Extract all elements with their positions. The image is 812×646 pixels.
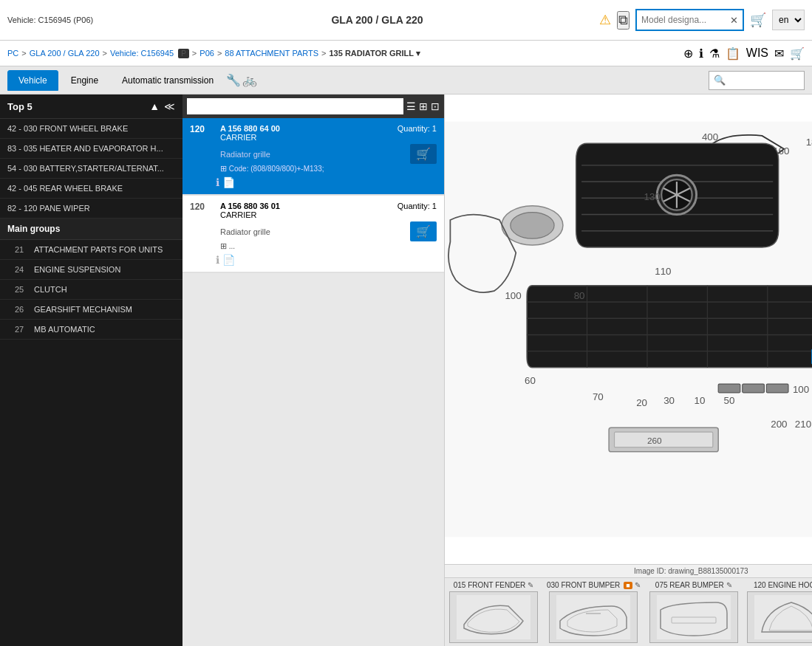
breadcrumb-p06[interactable]: P06 [199, 49, 214, 58]
svg-rect-24 [718, 384, 740, 393]
tab-icon-wrench[interactable]: 🔧 [226, 73, 241, 87]
part-info-icon-0[interactable]: ℹ [216, 176, 219, 188]
thumb-front-fender[interactable]: 015 FRONT FENDER ✎ [449, 581, 538, 643]
thumb-engine-hood[interactable]: 120 ENGINE HOOD ✎ [747, 581, 812, 643]
list-view-btn[interactable]: ☰ [406, 100, 416, 112]
label-30: 30 [663, 395, 675, 406]
bottom-badge[interactable]: 260 [609, 427, 718, 452]
sidebar-group-26[interactable]: 26 GEARSHIFT MECHANISM [0, 300, 182, 320]
left-sidebar: Top 5 ▲ ≪ 42 - 030 FRONT WHEEL BRAKE 83 … [0, 95, 182, 646]
tab-search-input[interactable] [726, 75, 799, 86]
language-select[interactable]: en de [772, 10, 805, 30]
tab-engine[interactable]: Engine [60, 70, 109, 91]
svg-rect-26 [766, 384, 788, 393]
breadcrumb-active: 135 RADIATOR GRILL ▾ [329, 49, 420, 58]
part-qty-1: Quantity: 1 [398, 202, 437, 210]
center-panel: ☰ ⊞ ⊡ 120 A 156 880 64 00 Quantity: 1 [182, 95, 445, 646]
part-id-0: A 156 880 64 00 [220, 124, 398, 133]
svg-rect-25 [743, 384, 765, 393]
tab-automatic[interactable]: Automatic transmission [111, 70, 225, 91]
part-id-1: A 156 880 36 01 [220, 202, 398, 210]
thumb-edit-2[interactable]: ✎ [726, 581, 732, 589]
parts-search-input[interactable] [187, 98, 403, 114]
doc-btn[interactable]: 📋 [726, 47, 740, 61]
model-search-box: ✕ [635, 9, 744, 31]
zoom-in-breadcrumb[interactable]: ⊕ [683, 47, 693, 61]
label-200: 200 [771, 419, 787, 430]
grill-main-top[interactable] [576, 143, 779, 247]
sidebar-group-21[interactable]: 21 ATTACHMENT PARTS FOR UNITS [0, 240, 182, 260]
label-110: 110 [655, 266, 671, 277]
thumb-edit-0[interactable]: ✎ [528, 581, 533, 589]
sidebar-top-item-2[interactable]: 54 - 030 BATTERY,STARTER/ALTERNAT... [0, 159, 182, 179]
filter-btn[interactable]: ⚗ [709, 47, 720, 61]
bottom-thumbnails: 015 FRONT FENDER ✎ 030 FRONT BUMPER ■ ✎ [445, 577, 812, 646]
sidebar-group-27[interactable]: 27 MB AUTOMATIC [0, 320, 182, 340]
wis-btn[interactable]: WIS [746, 47, 768, 61]
parts-list: 120 A 156 880 64 00 Quantity: 1 CARRIER … [182, 118, 444, 646]
tab-icon-bike[interactable]: 🚲 [242, 73, 257, 87]
part-code-1: ⊞ ... [220, 241, 437, 251]
svg-rect-31 [556, 595, 630, 639]
sidebar-top-item-4[interactable]: 82 - 120 PANE WIPER [0, 199, 182, 219]
part-item-1[interactable]: 120 A 156 880 36 01 Quantity: 1 CARRIER … [182, 196, 444, 273]
grid-view-btn[interactable]: ⊞ [419, 100, 428, 112]
grill-main-bottom[interactable] [527, 286, 812, 368]
add-cart-btn-1[interactable]: 🛒 [410, 221, 437, 241]
part-qty-0: Quantity: 1 [398, 124, 437, 133]
breadcrumb-pc[interactable]: PC [7, 49, 18, 58]
svg-rect-34 [754, 595, 812, 639]
breadcrumb-model[interactable]: GLA 200 / GLA 220 [30, 49, 100, 58]
thumb-edit-1[interactable]: ✎ [635, 581, 641, 589]
thumb-rear-bumper[interactable]: 075 REAR BUMPER ✎ [649, 581, 738, 643]
sidebar-top-item-3[interactable]: 42 - 045 REAR WHEEL BRAKE [0, 179, 182, 199]
thumb-img-2 [649, 591, 738, 643]
svg-point-13 [511, 213, 554, 239]
cart-button[interactable]: 🛒 [750, 12, 766, 28]
sidebar-group-25[interactable]: 25 CLUTCH [0, 280, 182, 300]
part-icons-0: ℹ 📄 [190, 176, 437, 188]
part-subname-0: Radiator grille [220, 150, 270, 159]
sidebar-top-item-0[interactable]: 42 - 030 FRONT WHEEL BRAKE [0, 119, 182, 139]
sidebar-main-title: Main groups [0, 219, 182, 240]
label-100-right: 100 [793, 384, 809, 395]
diagram-area: 400 180 250 330 310 320 160 410 [445, 95, 812, 564]
part-doc-icon-0[interactable]: 📄 [222, 176, 235, 188]
fullscreen-btn[interactable]: ⊡ [431, 100, 440, 112]
part-info-icon-1[interactable]: ℹ [216, 254, 219, 266]
tab-search-icon: 🔍 [714, 75, 726, 86]
label-50: 50 [724, 395, 735, 406]
part-pos-0: 120 [190, 124, 216, 134]
vehicle-tag[interactable]: P [178, 49, 189, 58]
tab-vehicle[interactable]: Vehicle [7, 70, 58, 91]
svg-rect-28 [615, 432, 713, 447]
breadcrumb-vehicle[interactable]: Vehicle: C156945 [110, 49, 174, 58]
part-type-0: CARRIER [220, 133, 437, 142]
info-btn[interactable]: ℹ [699, 47, 703, 61]
mail-btn[interactable]: ✉ [774, 47, 784, 61]
image-id-bar: Image ID: drawing_B88135000173 [445, 564, 812, 577]
breadcrumb-attachment[interactable]: 88 ATTACHMENT PARTS [225, 49, 318, 58]
part-item-0[interactable]: 120 A 156 880 64 00 Quantity: 1 CARRIER … [182, 118, 444, 196]
thumb-front-bumper[interactable]: 030 FRONT BUMPER ■ ✎ [547, 581, 641, 643]
part-code-0: ⊞ Code: (808/809/800)+-M133; [220, 164, 437, 173]
add-cart-btn-0[interactable]: 🛒 [410, 144, 437, 164]
label-180: 180 [806, 137, 812, 148]
sidebar-content: 42 - 030 FRONT WHEEL BRAKE 83 - 035 HEAT… [0, 119, 182, 646]
center-toolbar: ☰ ⊞ ⊡ [182, 95, 444, 118]
vehicle-info: Vehicle: C156945 (P06) [7, 16, 155, 24]
diagram-img: 400 180 250 330 310 320 160 410 [445, 95, 812, 564]
sidebar-collapse-btn[interactable]: ▲ [149, 100, 160, 112]
sidebar-group-24[interactable]: 24 ENGINE SUSPENSION [0, 260, 182, 280]
copy-button[interactable]: ⧉ [617, 11, 630, 30]
cart2-btn[interactable]: 🛒 [790, 47, 805, 61]
tab-bar: Vehicle Engine Automatic transmission 🔧 … [0, 66, 812, 95]
label-210: 210 [795, 419, 811, 430]
tab-search-box: 🔍 [709, 71, 805, 90]
sidebar-top-item-1[interactable]: 83 - 035 HEATER AND EVAPORATOR H... [0, 139, 182, 159]
sidebar-minimize-btn[interactable]: ≪ [164, 100, 175, 112]
model-search-btn[interactable]: ✕ [730, 15, 738, 26]
grill-side-left[interactable] [502, 206, 563, 245]
model-search-input[interactable] [641, 15, 730, 25]
part-doc-icon-1[interactable]: 📄 [222, 254, 235, 266]
